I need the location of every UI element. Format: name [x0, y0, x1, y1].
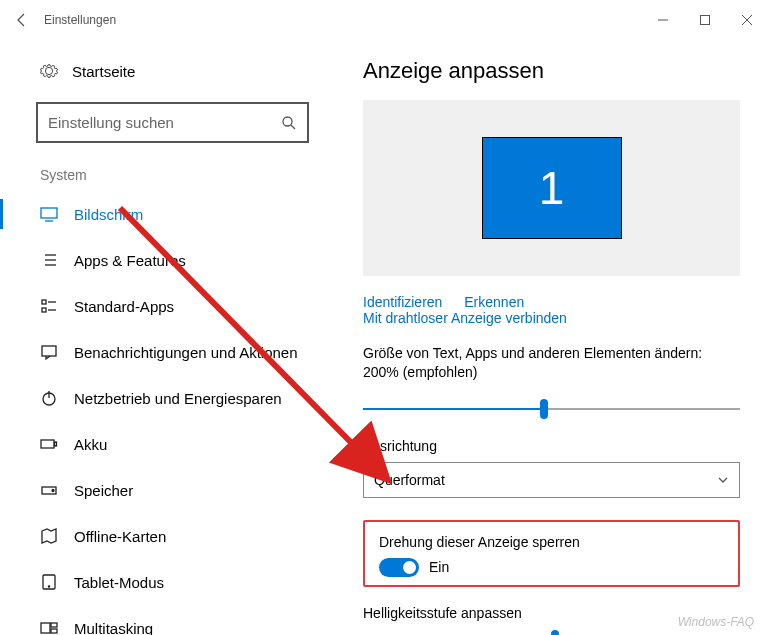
defaults-icon: [40, 297, 58, 315]
sidebar-item-label: Offline-Karten: [74, 528, 166, 545]
svg-line-5: [291, 125, 295, 129]
svg-rect-27: [41, 623, 50, 633]
svg-rect-29: [51, 629, 57, 633]
sidebar-item-label: Standard-Apps: [74, 298, 174, 315]
rotation-lock-highlight: Drehung dieser Anzeige sperren Ein: [363, 520, 740, 587]
orientation-select[interactable]: Querformat: [363, 462, 740, 498]
svg-rect-1: [701, 16, 710, 25]
minimize-button[interactable]: [642, 5, 684, 35]
identify-link[interactable]: Identifizieren: [363, 294, 442, 310]
monitor-tile[interactable]: 1: [482, 137, 622, 239]
sidebar-item-label: Akku: [74, 436, 107, 453]
monitor-icon: [40, 205, 58, 223]
sidebar-item-label: Netzbetrieb und Energiesparen: [74, 390, 282, 407]
sidebar-item-multitasking[interactable]: Multitasking: [0, 605, 345, 635]
sidebar-item-notifications[interactable]: Benachrichtigungen und Aktionen: [0, 329, 345, 375]
display-action-links: Identifizieren Erkennen Mit drahtloser A…: [363, 294, 740, 326]
back-button[interactable]: [0, 0, 44, 40]
power-icon: [40, 389, 58, 407]
sidebar-item-display[interactable]: Bildschirm: [0, 191, 345, 237]
close-button[interactable]: [726, 5, 768, 35]
home-link[interactable]: Startseite: [0, 50, 345, 92]
toggle-knob: [403, 561, 416, 574]
sidebar-item-apps-features[interactable]: Apps & Features: [0, 237, 345, 283]
multitask-icon: [40, 619, 58, 635]
map-icon: [40, 527, 58, 545]
slider-thumb[interactable]: [551, 630, 559, 635]
display-preview[interactable]: 1: [363, 100, 740, 276]
sidebar-item-label: Bildschirm: [74, 206, 143, 223]
list-icon: [40, 251, 58, 269]
svg-rect-18: [42, 346, 56, 356]
sidebar-item-battery[interactable]: Akku: [0, 421, 345, 467]
brightness-slider[interactable]: [363, 629, 740, 635]
home-label: Startseite: [72, 63, 135, 80]
storage-icon: [40, 481, 58, 499]
watermark: Windows-FAQ: [678, 615, 754, 629]
svg-rect-16: [42, 308, 46, 312]
search-input[interactable]: Einstellung suchen: [36, 102, 309, 143]
wireless-link[interactable]: Mit drahtloser Anzeige verbinden: [363, 310, 567, 326]
category-label: System: [0, 143, 345, 187]
maximize-button[interactable]: [684, 5, 726, 35]
rotation-lock-state: Ein: [429, 559, 449, 575]
orientation-value: Querformat: [374, 472, 445, 488]
tablet-icon: [40, 573, 58, 591]
battery-icon: [40, 435, 58, 453]
scale-slider[interactable]: [363, 398, 740, 420]
svg-rect-14: [42, 300, 46, 304]
sidebar-item-label: Tablet-Modus: [74, 574, 164, 591]
search-icon: [281, 115, 297, 131]
sidebar-item-tablet-mode[interactable]: Tablet-Modus: [0, 559, 345, 605]
svg-point-26: [48, 586, 49, 587]
sidebar-item-power[interactable]: Netzbetrieb und Energiesparen: [0, 375, 345, 421]
gear-icon: [40, 62, 58, 80]
content: Anzeige anpassen 1 Identifizieren Erkenn…: [345, 40, 768, 635]
sidebar-item-label: Multitasking: [74, 620, 153, 636]
rotation-lock-label: Drehung dieser Anzeige sperren: [379, 534, 724, 550]
window-title: Einstellungen: [44, 13, 116, 27]
slider-thumb[interactable]: [540, 399, 548, 419]
sidebar-item-storage[interactable]: Speicher: [0, 467, 345, 513]
scale-label: Größe von Text, Apps und anderen Element…: [363, 344, 740, 382]
titlebar: Einstellungen: [0, 0, 768, 40]
sidebar: Startseite Einstellung suchen System Bil…: [0, 40, 345, 635]
sidebar-item-default-apps[interactable]: Standard-Apps: [0, 283, 345, 329]
nav-list: Bildschirm Apps & Features Standard-Apps…: [0, 191, 345, 635]
svg-rect-28: [51, 623, 57, 627]
svg-point-4: [283, 117, 292, 126]
sidebar-item-label: Apps & Features: [74, 252, 186, 269]
svg-rect-22: [55, 442, 57, 446]
svg-point-24: [52, 490, 54, 492]
sidebar-item-label: Speicher: [74, 482, 133, 499]
sidebar-item-offline-maps[interactable]: Offline-Karten: [0, 513, 345, 559]
sidebar-item-label: Benachrichtigungen und Aktionen: [74, 344, 298, 361]
page-heading: Anzeige anpassen: [363, 58, 740, 84]
svg-rect-6: [41, 208, 57, 218]
svg-rect-21: [41, 440, 54, 448]
detect-link[interactable]: Erkennen: [464, 294, 524, 310]
rotation-lock-toggle[interactable]: [379, 558, 419, 577]
search-placeholder: Einstellung suchen: [48, 114, 174, 131]
orientation-label: Ausrichtung: [363, 438, 740, 454]
chevron-down-icon: [717, 474, 729, 486]
chat-icon: [40, 343, 58, 361]
monitor-number: 1: [539, 161, 565, 215]
